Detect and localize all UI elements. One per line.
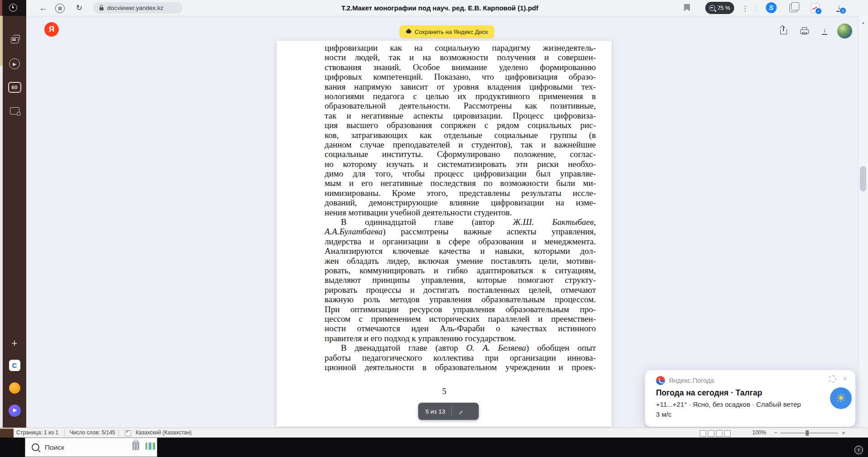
taskbar-search-input[interactable]: Поиск	[25, 438, 157, 457]
sidebar-item-screenshot[interactable]	[3, 103, 26, 119]
download-file-button[interactable]: ↓	[821, 26, 828, 35]
text-line: цифровизации как на социальную парадигму…	[325, 43, 596, 52]
shazam-extension-button[interactable]: S	[766, 2, 777, 13]
screen: ← Я ↻ docviewer.yandex.kz Т.2.Макет моно…	[0, 0, 868, 457]
text-line: вания напрямую зависит от уровня владени…	[325, 82, 596, 91]
text-line: работы педагогического коллектива при ор…	[325, 353, 596, 362]
download-arrow-icon: ↓ 5	[835, 3, 843, 12]
text-line: нения мотивации учебной деятельности сту…	[325, 208, 596, 217]
save-button-label: Сохранить на Яндекс Диск	[415, 29, 488, 35]
print-button[interactable]	[800, 27, 808, 34]
print-layout-view-icon[interactable]	[708, 430, 714, 437]
text-line: но которому изучать и систематизировать …	[325, 159, 596, 169]
text-line: А.А.Булатбаева) рассмотрены важные аспек…	[325, 227, 596, 236]
text-line: образовательной деятельности. Рассмотрен…	[325, 101, 596, 110]
downloads-button[interactable]: ↓ 5	[835, 3, 843, 12]
downloads-count-badge: 5	[840, 7, 846, 14]
weather-title: Погода на сегодня · Талгар	[656, 388, 762, 398]
search-icon	[32, 443, 39, 451]
word-page-count[interactable]: Страница: 1 из 1	[16, 428, 58, 438]
text-line: важную роль методов управления образоват…	[325, 295, 596, 304]
word-word-count[interactable]: Число слов: 5/145	[70, 428, 115, 438]
word-zoom-level[interactable]: 100%	[752, 428, 766, 438]
text-line: нологиями педагога с целью их продуктивн…	[325, 91, 596, 101]
pdf-page: цифровизации как на социальную парадигму…	[277, 41, 612, 427]
web-layout-view-icon[interactable]	[716, 430, 722, 437]
download-icon: ↓	[821, 26, 828, 35]
text-line: ствования знаний. Особое внимание уделен…	[325, 62, 596, 72]
text-line: ция высшего образования сопряжен с рядом…	[325, 120, 596, 130]
pdf-document-icon: ✓	[811, 3, 820, 13]
statusbar-separator	[118, 430, 119, 436]
weather-settings-gear-icon[interactable]	[829, 375, 836, 383]
scroll-up-arrow[interactable]: ▲	[861, 20, 865, 25]
bookmark-icon	[684, 4, 690, 11]
orange-service-icon	[9, 382, 20, 394]
printed-page-number: 5	[277, 386, 612, 396]
page-zoom-control[interactable]: 75 %	[705, 2, 734, 14]
text-line: жен обладать лидер, включая умение поста…	[325, 256, 596, 266]
sidebar-item-c-app[interactable]: C	[3, 357, 26, 373]
sidebar-item-speed[interactable]: 60	[3, 79, 26, 95]
yandex-logo[interactable]: Я	[44, 22, 59, 37]
collections-icon	[789, 4, 797, 12]
browser-menu-button[interactable]: ⋮	[742, 5, 749, 13]
text-line: лидерства и организации в сфере образова…	[325, 237, 596, 246]
weather-close-icon[interactable]: ✕	[842, 375, 848, 383]
weather-widget[interactable]: Яндекс.Погода ✕ Погода на сегодня · Талг…	[645, 370, 855, 427]
zoom-slider-track[interactable]	[780, 433, 838, 433]
url-text: docviewer.yandex.kz	[107, 5, 164, 11]
sunny-weather-icon: ☀	[830, 387, 852, 409]
text-line: дований, демонстрирующие влияние цифрови…	[325, 198, 596, 207]
statusbar-separator	[64, 430, 65, 436]
shazam-icon: S	[766, 2, 777, 13]
play-icon: ▶	[9, 58, 20, 69]
world-map-icon	[146, 443, 155, 450]
windows-taskbar: Поиск Я Y EC W M X ☎	[0, 438, 868, 457]
refresh-button[interactable]: ↻	[76, 0, 82, 16]
outline-view-icon[interactable]	[724, 430, 731, 437]
bookmark-button[interactable]	[684, 4, 690, 11]
sidebar-item-tabs[interactable]	[3, 32, 26, 48]
pill-separator	[451, 407, 452, 416]
viewer-scrollbar-track[interactable]: ▲	[858, 16, 868, 428]
zoom-slider-thumb[interactable]	[806, 430, 809, 436]
yandex-home-button[interactable]: Я	[55, 4, 65, 13]
text-line: данном случае преподавателей и студентов…	[325, 140, 596, 149]
text-line: В двенадцатой главе (автор О. А. Беляева…	[325, 343, 596, 352]
tab-title: Т.2.Макет монографии под науч. ред. Е.В.…	[341, 0, 538, 16]
user-avatar[interactable]	[837, 24, 852, 38]
page-text: цифровизации как на социальную парадигму…	[325, 43, 596, 372]
text-line: ционной деятельности в образовательном у…	[325, 362, 596, 372]
suitcase-icon	[132, 442, 139, 450]
speed-badge-icon: 60	[8, 82, 21, 93]
text-line: правителя и его подход к управлению госу…	[325, 333, 596, 343]
notification-count-badge: 7	[854, 446, 863, 454]
text-line: ков, затрагивающих как отдельные социаль…	[325, 130, 596, 140]
word-status-bar: Страница: 1 из 1 Число слов: 5/145 Казах…	[0, 428, 868, 438]
sidebar-item-video[interactable]: ▶	[3, 56, 26, 72]
sidebar-add-button[interactable]: +	[3, 335, 26, 352]
zoom-out-button[interactable]: −	[774, 428, 778, 438]
yandex-weather-icon	[656, 376, 665, 385]
weather-wind-speed: 3 м/с	[656, 410, 672, 418]
sidebar-item-alice[interactable]	[3, 402, 26, 419]
text-line: социальные институты. Сформулировано пол…	[325, 149, 596, 159]
read-mode-view-icon[interactable]	[700, 430, 706, 437]
zoom-in-button[interactable]: +	[842, 428, 845, 438]
viewer-scrollbar-thumb[interactable]	[860, 166, 866, 191]
word-language[interactable]: Казахский (Казахстан)	[136, 428, 192, 438]
save-to-yandex-disk-button[interactable]: Сохранить на Яндекс Диск	[400, 25, 494, 38]
back-button[interactable]: ←	[39, 0, 47, 16]
address-bar[interactable]: docviewer.yandex.kz	[93, 2, 183, 14]
fullscreen-expand-icon[interactable]: ↔	[455, 406, 465, 417]
spellcheck-icon[interactable]	[125, 430, 131, 436]
share-button[interactable]	[780, 26, 787, 34]
pdf-extension-button[interactable]: ✓	[811, 3, 820, 13]
history-panel-button[interactable]	[0, 0, 26, 16]
sidebar-item-services[interactable]	[3, 380, 26, 396]
collections-extension-button[interactable]	[789, 4, 797, 12]
page-indicator-pill[interactable]: 5 из 13 ↔	[418, 403, 479, 420]
printer-icon	[800, 27, 808, 34]
yandex-circle-icon: Я	[55, 4, 65, 13]
